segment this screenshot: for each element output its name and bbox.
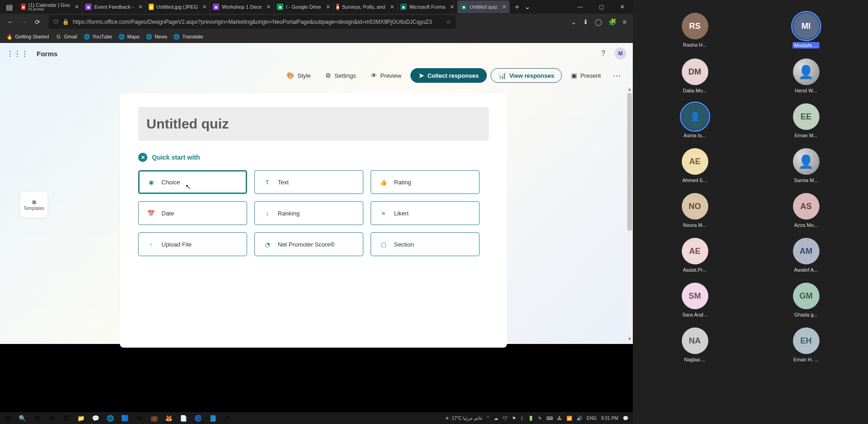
taskbar-app-icon[interactable]: ✉ [46,413,58,424]
scroll-thumb[interactable] [627,93,632,231]
tray-volume-icon[interactable]: 🔊 [577,416,582,421]
taskbar-app-icon[interactable]: 🟦 [119,413,131,424]
tab-dropdown-icon[interactable]: ⌄ [524,2,530,12]
browser-tab[interactable]: ■ Surveys, Polls, and ✕ [334,0,398,13]
taskbar-app-icon[interactable]: 🔍 [16,413,28,424]
question-type-card[interactable]: T Text [254,170,363,194]
taskbar-app-icon[interactable]: W [134,413,146,424]
question-type-card[interactable]: 👍 Rating [371,170,480,194]
templates-button[interactable]: ▦ Templates [20,192,48,218]
browser-tab[interactable]: ■ Microsoft Forms ✕ [398,0,458,13]
account-icon[interactable]: ◯ [595,18,602,26]
clock[interactable]: 9:31 PM [601,416,618,421]
taskbar-app-icon[interactable]: 🌀 [192,413,204,424]
close-quick-start-icon[interactable]: ✕ [138,153,147,162]
tab-close-icon[interactable]: ✕ [326,4,330,10]
taskbar-app-icon[interactable]: 💼 [148,413,160,424]
bookmark-item[interactable]: 🌐YouTube [84,33,112,40]
taskbar-app-icon[interactable]: 📄 [178,413,189,424]
question-type-card[interactable]: 📅 Date [138,201,247,225]
question-type-card[interactable]: ◔ Net Promoter Score® [254,232,363,256]
user-avatar[interactable]: M [615,48,626,59]
taskbar-app-icon[interactable]: 🌐 [104,413,116,424]
browser-tab[interactable]: ■ l - Google Drive ✕ [274,0,333,13]
participant-tile[interactable]: SM Sara Araf... [676,283,714,317]
tray-keyboard-icon[interactable]: ⌨ [546,416,553,421]
reload-button[interactable]: ⟳ [35,18,40,26]
participant-tile[interactable]: NO Noura M... [676,193,714,228]
taskbar-app-icon[interactable]: ⊞ [2,413,14,424]
tray-security-icon[interactable]: 🛡 [503,416,507,421]
participant-tile[interactable]: AM Awatef A... [787,238,825,273]
help-icon[interactable]: ? [601,49,605,58]
participant-tile[interactable]: AE Ahmed E... [676,148,714,183]
participant-tile[interactable]: 👤 Hend W... [787,59,825,93]
menu-icon[interactable]: ≡ [623,18,626,26]
taskbar-app-icon[interactable]: 📘 [207,413,219,424]
question-type-card[interactable]: ◉ Choice [138,170,247,194]
present-button[interactable]: ▣Present [566,69,606,82]
preview-button[interactable]: 👁Preview [365,69,407,82]
browser-tab[interactable]: ■ Workshop 1 Dece ✕ [210,0,274,13]
new-tab-button[interactable]: ＋ [513,2,521,12]
participant-tile[interactable]: AS Azza Mo... [787,193,825,228]
question-type-card[interactable]: ↑ Upload File [138,232,247,256]
browser-tab[interactable]: ■ Untitled.jpg (JPEG ✕ [146,0,210,13]
tray-flag-icon[interactable]: ⚑ [512,416,516,421]
participant-tile[interactable]: EH Eman H. ... [787,327,825,362]
taskbar-app-icon[interactable]: ⧉ [31,413,43,424]
tab-close-icon[interactable]: ✕ [202,4,207,10]
tray-chevron-icon[interactable]: ˄ [487,416,489,421]
tab-close-icon[interactable]: ✕ [390,4,394,10]
taskbar-app-icon[interactable]: P [221,413,233,424]
forward-button[interactable]: → [21,18,27,26]
close-window-button[interactable]: ✕ [612,0,633,14]
back-button[interactable]: ← [7,18,14,26]
scroll-up-icon[interactable]: ▲ [626,87,633,93]
bookmark-item[interactable]: 🌐Translate [173,33,203,40]
more-options-button[interactable]: ⋯ [610,70,624,81]
participant-tile[interactable]: MI Mostafa ... [787,13,825,48]
language-indicator[interactable]: ENG [587,416,597,421]
tray-bluetooth-icon[interactable]: ᛒ [521,416,523,421]
participant-tile[interactable]: DM Dalia Mo... [676,59,714,93]
extensions-icon[interactable]: 🧩 [609,18,616,26]
weather-widget[interactable]: ☀17°C غائم جزئيا [445,416,482,421]
collect-responses-button[interactable]: ➤Collect responses [410,68,487,83]
question-type-card[interactable]: ▢ Section [371,232,480,256]
participant-tile[interactable]: AE Assist.Pr... [676,238,714,273]
taskbar-app-icon[interactable]: 🗓 [60,413,72,424]
settings-button[interactable]: ⚙Settings [320,69,361,82]
browser-tab[interactable]: ■ Event Feedback - ✕ [82,0,146,13]
bookmark-star-icon[interactable]: ☆ [446,19,451,25]
maximize-button[interactable]: ▢ [591,0,612,14]
taskbar-app-icon[interactable]: 📁 [75,413,87,424]
browser-tab[interactable]: ■ Untitled quiz ✕ [458,0,510,13]
tray-wifi-icon[interactable]: 📶 [566,416,572,421]
taskbar-app-icon[interactable]: 🦊 [163,413,175,424]
style-button[interactable]: 🎨Style [281,69,316,82]
minimize-button[interactable]: ― [570,0,591,14]
participant-tile[interactable]: GM Ghada g... [787,283,825,317]
participant-tile[interactable]: EE Eman M... [787,103,825,138]
tab-close-icon[interactable]: ✕ [266,4,271,10]
tray-pen-icon[interactable]: ✎ [538,416,542,421]
firefox-view-icon[interactable]: ▤ [0,0,18,14]
pocket-icon[interactable]: ⌄ [571,18,577,26]
participant-tile[interactable]: NA Naglaa ... [676,327,714,362]
taskbar-app-icon[interactable]: 💬 [90,413,102,424]
question-type-card[interactable]: ↕ Ranking [254,201,363,225]
app-launcher-icon[interactable]: ⋮⋮⋮ [6,49,28,58]
address-bar[interactable]: 🛡 🔒 https://forms.office.com/Pages/Desig… [49,15,456,29]
tray-network-icon[interactable]: 🖧 [557,416,562,421]
quiz-title-field[interactable]: Untitled quiz [138,107,489,141]
participant-tile[interactable]: RS Rasha H... [676,13,714,48]
vertical-scrollbar[interactable]: ▲ ▼ [626,87,633,343]
scroll-down-icon[interactable]: ▼ [626,337,633,343]
participant-tile[interactable]: 👤 Samia M... [787,148,825,183]
notifications-icon[interactable]: 💬 [623,416,628,421]
tab-close-icon[interactable]: ✕ [75,4,79,10]
bookmark-item[interactable]: 🔥Getting Started [6,33,49,40]
tray-battery-icon[interactable]: 🔋 [528,416,534,421]
participant-tile[interactable]: 👤 Asma Is... [676,103,714,138]
